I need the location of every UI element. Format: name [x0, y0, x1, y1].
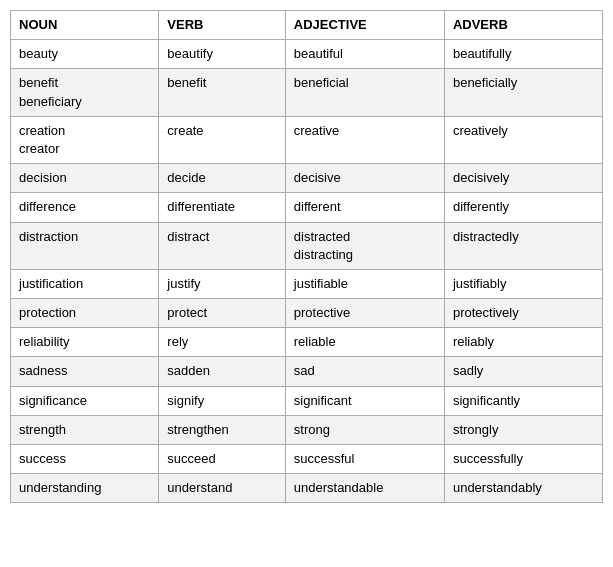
- table-cell: understand: [159, 474, 285, 503]
- table-row: creationcreatorcreatecreativecreatively: [11, 116, 603, 163]
- table-cell: reliably: [444, 328, 602, 357]
- table-cell: understandably: [444, 474, 602, 503]
- table-cell: distracteddistracting: [285, 222, 444, 269]
- table-cell: strong: [285, 415, 444, 444]
- table-cell: beautiful: [285, 40, 444, 69]
- table-cell: benefitbeneficiary: [11, 69, 159, 116]
- table-cell: significantly: [444, 386, 602, 415]
- table-cell: significance: [11, 386, 159, 415]
- table-cell: benefit: [159, 69, 285, 116]
- table-cell: reliable: [285, 328, 444, 357]
- table-cell: decide: [159, 164, 285, 193]
- table-cell: creatively: [444, 116, 602, 163]
- table-cell: distract: [159, 222, 285, 269]
- table-cell: reliability: [11, 328, 159, 357]
- table-cell: protection: [11, 299, 159, 328]
- table-cell: decisive: [285, 164, 444, 193]
- table-cell: protect: [159, 299, 285, 328]
- table-cell: beneficial: [285, 69, 444, 116]
- table-cell: understanding: [11, 474, 159, 503]
- table-cell: significant: [285, 386, 444, 415]
- table-cell: beautify: [159, 40, 285, 69]
- table-cell: strength: [11, 415, 159, 444]
- column-header-adjective: ADJECTIVE: [285, 11, 444, 40]
- table-cell: creationcreator: [11, 116, 159, 163]
- table-cell: protectively: [444, 299, 602, 328]
- table-row: reliabilityrelyreliablereliably: [11, 328, 603, 357]
- table-cell: understandable: [285, 474, 444, 503]
- table-cell: beauty: [11, 40, 159, 69]
- table-cell: successfully: [444, 445, 602, 474]
- table-cell: create: [159, 116, 285, 163]
- table-row: decisiondecidedecisivedecisively: [11, 164, 603, 193]
- table-cell: sadden: [159, 357, 285, 386]
- table-cell: justifiably: [444, 269, 602, 298]
- table-row: sadnesssaddensadsadly: [11, 357, 603, 386]
- table-row: successsucceedsuccessfulsuccessfully: [11, 445, 603, 474]
- table-row: distractiondistractdistracteddistracting…: [11, 222, 603, 269]
- table-cell: sadly: [444, 357, 602, 386]
- table-row: understandingunderstandunderstandableund…: [11, 474, 603, 503]
- table-cell: succeed: [159, 445, 285, 474]
- table-row: differencedifferentiatedifferentdifferen…: [11, 193, 603, 222]
- table-cell: protective: [285, 299, 444, 328]
- table-cell: rely: [159, 328, 285, 357]
- table-cell: sadness: [11, 357, 159, 386]
- table-cell: beneficially: [444, 69, 602, 116]
- table-cell: strengthen: [159, 415, 285, 444]
- table-row: protectionprotectprotectiveprotectively: [11, 299, 603, 328]
- table-cell: successful: [285, 445, 444, 474]
- table-cell: distractedly: [444, 222, 602, 269]
- table-cell: success: [11, 445, 159, 474]
- table-cell: creative: [285, 116, 444, 163]
- table-cell: decision: [11, 164, 159, 193]
- column-header-verb: VERB: [159, 11, 285, 40]
- table-row: justificationjustifyjustifiablejustifiab…: [11, 269, 603, 298]
- table-cell: distraction: [11, 222, 159, 269]
- table-row: significancesignifysignificantsignifican…: [11, 386, 603, 415]
- table-cell: beautifully: [444, 40, 602, 69]
- column-header-adverb: ADVERB: [444, 11, 602, 40]
- table-row: strengthstrengthenstrongstrongly: [11, 415, 603, 444]
- table-cell: justification: [11, 269, 159, 298]
- header-row: NOUNVERBADJECTIVEADVERB: [11, 11, 603, 40]
- table-cell: difference: [11, 193, 159, 222]
- table-cell: different: [285, 193, 444, 222]
- table-cell: justifiable: [285, 269, 444, 298]
- table-row: benefitbeneficiarybenefitbeneficialbenef…: [11, 69, 603, 116]
- table-cell: differentiate: [159, 193, 285, 222]
- column-header-noun: NOUN: [11, 11, 159, 40]
- word-forms-table: NOUNVERBADJECTIVEADVERB beautybeautifybe…: [10, 10, 603, 503]
- table-cell: signify: [159, 386, 285, 415]
- table-cell: strongly: [444, 415, 602, 444]
- table-cell: sad: [285, 357, 444, 386]
- table-cell: differently: [444, 193, 602, 222]
- table-row: beautybeautifybeautifulbeautifully: [11, 40, 603, 69]
- table-cell: justify: [159, 269, 285, 298]
- table-cell: decisively: [444, 164, 602, 193]
